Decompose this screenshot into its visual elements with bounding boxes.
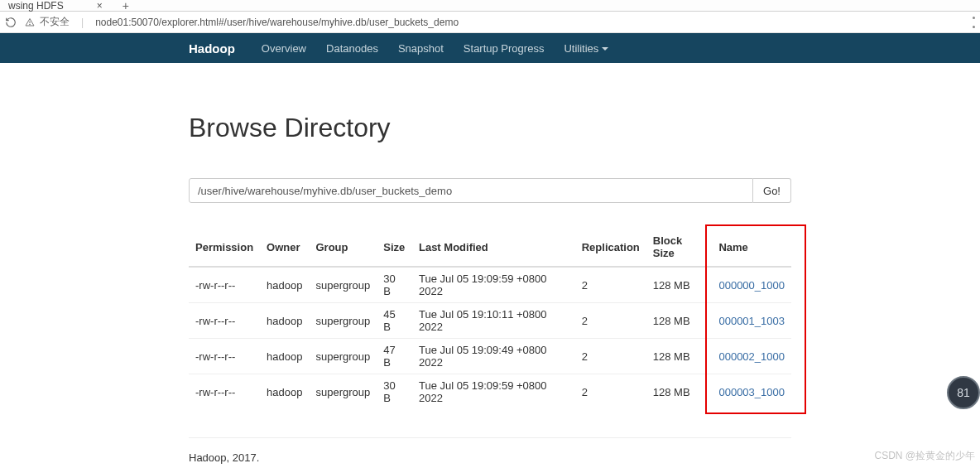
- close-icon[interactable]: ×: [97, 0, 103, 12]
- reload-icon[interactable]: [5, 17, 17, 28]
- warning-icon: [25, 17, 35, 27]
- file-link[interactable]: 000001_1003: [718, 315, 785, 327]
- score-value: 81: [957, 386, 970, 399]
- cell-permission: -rw-r--r--: [189, 374, 260, 410]
- cell-permission: -rw-r--r--: [189, 303, 260, 339]
- cell-size: 47 B: [377, 339, 412, 374]
- security-chip[interactable]: 不安全: [25, 15, 70, 29]
- cell-name[interactable]: 000000_1000: [712, 267, 791, 303]
- cell-mtime: Tue Jul 05 19:09:59 +0800 2022: [412, 374, 575, 410]
- col-block-size: Block Size: [646, 228, 713, 267]
- col-permission: Permission: [189, 228, 260, 267]
- cell-block-size: 128 MB: [646, 267, 713, 303]
- nav-startup-progress[interactable]: Startup Progress: [464, 42, 545, 55]
- svg-point-1: [30, 24, 31, 25]
- col-group: Group: [309, 228, 377, 267]
- footer-text: Hadoop, 2017.: [189, 451, 980, 464]
- file-link[interactable]: 000003_1000: [718, 386, 785, 398]
- table-row: -rw-r--r--hadoopsupergroup30 BTue Jul 05…: [189, 374, 791, 410]
- nav-overview[interactable]: Overview: [262, 42, 306, 55]
- cell-size: 45 B: [377, 303, 412, 339]
- cell-permission: -rw-r--r--: [189, 339, 260, 374]
- nav-utilities[interactable]: Utilities: [564, 42, 608, 55]
- nav-snapshot[interactable]: Snapshot: [398, 42, 444, 55]
- chevron-down-icon: [602, 47, 608, 51]
- table-row: -rw-r--r--hadoopsupergroup45 BTue Jul 05…: [189, 303, 791, 339]
- browser-tab[interactable]: wsing HDFS ×: [0, 0, 111, 12]
- cell-group: supergroup: [309, 267, 377, 303]
- cell-block-size: 128 MB: [646, 339, 713, 374]
- navbar: Hadoop Overview Datanodes Snapshot Start…: [0, 33, 980, 63]
- col-name: Name: [712, 228, 791, 267]
- browser-tab-strip: wsing HDFS × +: [0, 0, 980, 12]
- cell-owner: hadoop: [260, 303, 309, 339]
- file-table: Permission Owner Group Size Last Modifie…: [189, 228, 791, 409]
- address-bar: 不安全 | node01:50070/explorer.html#/user/h…: [0, 12, 980, 33]
- url-text[interactable]: node01:50070/explorer.html#/user/hive/wa…: [95, 17, 459, 28]
- page-title: Browse Directory: [189, 113, 791, 143]
- col-owner: Owner: [260, 228, 309, 267]
- cell-size: 30 B: [377, 267, 412, 303]
- cell-mtime: Tue Jul 05 19:09:59 +0800 2022: [412, 267, 575, 303]
- cell-block-size: 128 MB: [646, 303, 713, 339]
- col-size: Size: [377, 228, 412, 267]
- file-link[interactable]: 000000_1000: [718, 279, 785, 292]
- cell-mtime: Tue Jul 05 19:09:49 +0800 2022: [412, 339, 575, 374]
- menu-icon[interactable]: [972, 17, 975, 28]
- col-replication: Replication: [575, 228, 646, 267]
- col-last-modified: Last Modified: [412, 228, 575, 267]
- watermark-text: CSDN @捡黄金的少年: [874, 449, 975, 463]
- table-row: -rw-r--r--hadoopsupergroup47 BTue Jul 05…: [189, 339, 791, 374]
- cell-group: supergroup: [309, 303, 377, 339]
- cell-permission: -rw-r--r--: [189, 267, 260, 303]
- cell-mtime: Tue Jul 05 19:10:11 +0800 2022: [412, 303, 575, 339]
- cell-replication: 2: [575, 303, 646, 339]
- cell-name[interactable]: 000003_1000: [712, 374, 791, 410]
- browser-tab-title: wsing HDFS: [8, 0, 64, 12]
- cell-block-size: 128 MB: [646, 374, 713, 410]
- cell-group: supergroup: [309, 374, 377, 410]
- new-tab-button[interactable]: +: [122, 0, 129, 12]
- cell-replication: 2: [575, 374, 646, 410]
- cell-size: 30 B: [377, 374, 412, 410]
- divider: |: [81, 17, 84, 28]
- go-button[interactable]: Go!: [753, 178, 791, 203]
- cell-name[interactable]: 000002_1000: [712, 339, 791, 374]
- path-input[interactable]: [189, 178, 753, 203]
- cell-group: supergroup: [309, 339, 377, 374]
- table-row: -rw-r--r--hadoopsupergroup30 BTue Jul 05…: [189, 267, 791, 303]
- score-badge[interactable]: 81: [947, 376, 980, 409]
- cell-replication: 2: [575, 339, 646, 374]
- path-row: Go!: [189, 178, 791, 203]
- page-content: Browse Directory Go! Permission Owner Gr…: [0, 63, 980, 409]
- cell-replication: 2: [575, 267, 646, 303]
- cell-name[interactable]: 000001_1003: [712, 303, 791, 339]
- cell-owner: hadoop: [260, 374, 309, 410]
- file-link[interactable]: 000002_1000: [718, 350, 785, 363]
- nav-utilities-label: Utilities: [564, 42, 598, 55]
- brand-logo[interactable]: Hadoop: [189, 41, 235, 55]
- footer-separator: [189, 437, 791, 438]
- nav-datanodes[interactable]: Datanodes: [326, 42, 378, 55]
- cell-owner: hadoop: [260, 339, 309, 374]
- cell-owner: hadoop: [260, 267, 309, 303]
- table-header-row: Permission Owner Group Size Last Modifie…: [189, 228, 791, 267]
- security-label: 不安全: [40, 15, 70, 29]
